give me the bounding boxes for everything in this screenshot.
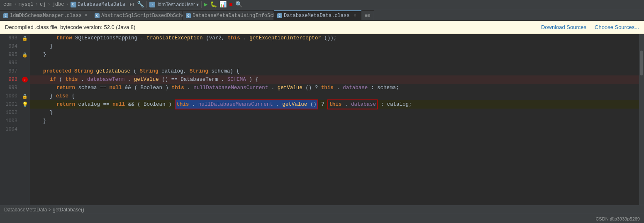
line-num-1002: 1002 <box>0 109 17 117</box>
bulb-icon-1001[interactable]: 💡 <box>22 102 28 108</box>
field-database1001: database <box>351 102 376 107</box>
line-num-999: 999 <box>0 84 17 92</box>
tab-icon-4: C <box>277 13 282 18</box>
play-icon[interactable]: ▶ <box>204 1 207 8</box>
kw-string3: String <box>190 68 212 74</box>
download-sources-link[interactable]: Download Sources <box>541 24 586 30</box>
breakpoint-check: ✓ <box>24 78 26 82</box>
gutter-1003 <box>20 117 30 125</box>
line-num-996: 996 <box>0 59 17 67</box>
stop-icon[interactable]: ■ <box>229 1 232 8</box>
code-content[interactable]: throw SQLExceptionsMapping . translateEx… <box>30 34 639 205</box>
breadcrumb-bar: com › mysql › cj › jdbc › C DatabaseMeta… <box>0 0 644 9</box>
line-num-994: 994 <box>0 42 17 51</box>
fn-getexc: getExceptionInterceptor <box>249 35 321 41</box>
breadcrumb-item-jdbc[interactable]: jdbc <box>52 2 64 7</box>
line-num-997: 997 <box>0 67 17 75</box>
lock-icon-993: 🔒 <box>22 36 28 41</box>
kw-null999: null <box>110 85 125 91</box>
code-area: 993 994 995 996 997 998 999 1000 1001 10… <box>0 34 644 205</box>
kw-else: else <box>56 93 72 99</box>
tab-close-4[interactable]: × <box>352 13 358 19</box>
class-icon: C <box>71 2 76 7</box>
lock-icon-1000: 🔒 <box>22 94 28 99</box>
line-num-1004: 1004 <box>0 125 17 133</box>
line-num-1003: 1003 <box>0 117 17 125</box>
kw-string2: String <box>140 68 162 74</box>
code-line-1003: } <box>30 117 639 125</box>
breadcrumb-item-com[interactable]: com <box>3 2 12 7</box>
tab-icon-2: C <box>95 13 100 18</box>
gutter-lock-993: 🔒 <box>20 34 30 42</box>
dropdown-arrow: ▾ <box>196 2 199 7</box>
code-line-999: return schema == null && ( Boolean ) thi… <box>30 84 639 92</box>
kw-return1001: return <box>56 102 78 107</box>
line-numbers-gutter: 993 994 995 996 997 998 999 1000 1001 10… <box>0 34 20 205</box>
tab-overflow-button[interactable]: ≡6 <box>361 10 374 20</box>
breadcrumb-item-cj[interactable]: cj <box>40 2 46 7</box>
scrollbar-thumb[interactable] <box>640 51 643 75</box>
class-databaseterm: DatabaseTerm <box>181 77 218 82</box>
tab-ldmdbschemamanager[interactable]: C ldmDbSchemaManager.class × <box>0 10 91 20</box>
gutter-lock-1000: 🔒 <box>20 92 30 100</box>
code-line-1002: } <box>30 109 639 117</box>
scrollbar-track[interactable] <box>639 34 644 205</box>
run-config-label: ldmTest.addUser <box>158 2 195 7</box>
code-line-1004 <box>30 125 639 133</box>
code-line-997: protected String getDatabase ( String ca… <box>30 67 639 75</box>
search-icon[interactable]: 🔍 <box>235 1 242 8</box>
field-databaseterm: databaseTerm <box>87 77 124 82</box>
debug-run-icon[interactable]: 🐛 <box>210 1 217 8</box>
class-sqlexc: SQLExceptionsMapping <box>75 35 137 41</box>
kw-throw: throw <box>56 35 75 41</box>
code-line-1000: } else { <box>30 92 639 100</box>
tab-label-1: ldmDbSchemaManager.class <box>10 13 82 19</box>
gutter-icons: 🔒 🔒 ✓ 🔒 💡 <box>20 34 30 205</box>
line-num-995: 995 <box>0 51 17 59</box>
debug-icon[interactable]: 🔧 <box>137 1 144 8</box>
tab-databasemetadata[interactable]: C DatabaseMetaData.class × <box>274 10 361 20</box>
kw-protected: protected <box>43 68 74 74</box>
run-to-cursor-icon[interactable]: ⏯ <box>129 1 134 8</box>
breakpoint-icon-998[interactable]: ✓ <box>22 77 28 82</box>
cls-boolean999: Boolean <box>141 85 163 91</box>
fn-getvalue999: getValue <box>278 85 302 91</box>
code-line-996 <box>30 59 639 67</box>
highlighted-this-nulldb: this . nullDatabaseMeansCurrent . getVal… <box>175 99 318 109</box>
code-line-998: if ( this . databaseTerm . getValue () =… <box>30 75 639 84</box>
field-nulldb1001: nullDatabaseMeansCurrent <box>198 102 273 107</box>
cls-boolean1001: Boolean <box>144 102 166 107</box>
tab-databasemetadatausinginfo[interactable]: C DatabaseMetaDataUsingInfoSchema.class … <box>183 10 274 20</box>
line-num-993: 993 <box>0 34 17 42</box>
tab-icon-1: C <box>3 13 8 18</box>
code-line-994: } <box>30 42 639 51</box>
gutter-lock-995: 🔒 <box>20 51 30 59</box>
status-bar: DatabaseMetaData > getDatabase() <box>0 205 644 214</box>
kw-if: if <box>50 77 59 82</box>
breadcrumb-item-mysql[interactable]: mysql <box>19 2 34 7</box>
fn-getdatabase: getDatabase <box>96 68 131 74</box>
tab-abstractsql[interactable]: C AbstractSqlScriptBasedDbSchemaManager.… <box>91 10 183 20</box>
kw-string: String <box>74 68 96 74</box>
choose-sources-link[interactable]: Choose Sources... <box>595 24 639 30</box>
kw-return999: return <box>56 85 78 91</box>
run-controls: ⏯ 🔧 · ldmTest.addUser ▾ ▶ 🐛 📊 ■ 🔍 <box>129 1 242 8</box>
gutter-998-bp[interactable]: ✓ <box>20 75 30 84</box>
gutter-bulb-1001[interactable]: 💡 <box>20 100 30 109</box>
field-schema: SCHEMA <box>227 77 246 82</box>
gutter-1002 <box>20 109 30 117</box>
gutter-993b <box>20 42 30 51</box>
run-config-dropdown[interactable]: · ldmTest.addUser ▾ <box>146 1 202 8</box>
status-breadcrumb: DatabaseMetaData > getDatabase() <box>4 207 84 213</box>
bottom-bar: CSDN @p3939p5269 <box>0 214 644 223</box>
breadcrumb-item-class[interactable]: DatabaseMetaData <box>78 2 125 7</box>
code-line-995: } <box>30 51 639 59</box>
lock-icon-995: 🔒 <box>22 52 28 58</box>
tab-close-1[interactable]: × <box>84 13 88 19</box>
profile-icon[interactable]: 📊 <box>220 1 227 8</box>
line-num-998: 998 <box>0 75 17 84</box>
fn-getvalue998: getValue <box>134 77 159 82</box>
line-num-1000: 1000 <box>0 92 17 100</box>
tab-icon-3: C <box>186 13 191 18</box>
gutter-996 <box>20 59 30 67</box>
